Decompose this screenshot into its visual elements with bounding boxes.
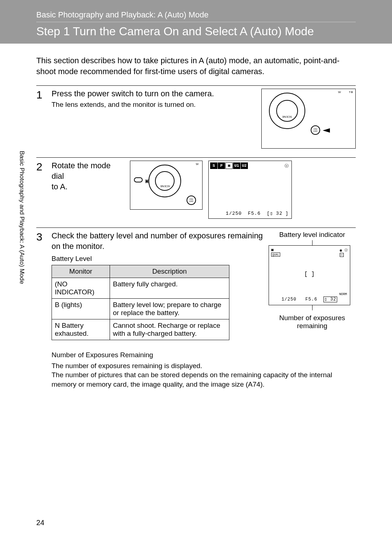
vr-icon: ⦾ <box>285 163 289 169</box>
step-3: 3 Check the battery level and number of … <box>36 227 356 389</box>
exposures-remaining-section: Number of Exposures Remaining The number… <box>52 351 356 389</box>
lcd-mode-u1: U1 <box>233 162 240 169</box>
exposures-remaining-label: Number of exposures remaining <box>269 314 356 330</box>
battery-indicator-label: Battery level indicator <box>269 231 356 239</box>
battery-level-table: Monitor Description (NO INDICATOR) Batte… <box>52 265 229 340</box>
cell-monitor: N Battery exhausted. <box>52 319 110 340</box>
table-row: N Battery exhausted. Cannot shoot. Recha… <box>52 319 229 340</box>
camera-icon: ◙ <box>271 248 274 252</box>
page-title: Step 1 Turn the Camera On and Select A (… <box>36 25 314 38</box>
step-1: 1 Press the power switch to turn on the … <box>36 85 356 149</box>
callout-line <box>312 240 313 245</box>
battery-icon: ◉ <box>340 248 342 253</box>
lcd-mode-s: S <box>210 162 217 169</box>
qual-badge: QUAL <box>271 253 280 257</box>
table-header-monitor: Monitor <box>52 265 110 278</box>
vr-icon: ⦾ <box>344 248 348 253</box>
cell-monitor: (NO INDICATOR) <box>52 278 110 298</box>
noe-title: Number of Exposures Remaining <box>52 351 356 359</box>
step-2-title-l1: Rotate the mode dial <box>52 161 124 181</box>
cell-description: Battery fully charged. <box>110 278 229 298</box>
lcd-shutter: 1/250 <box>226 211 242 216</box>
callout-line <box>312 305 313 310</box>
step-3-number: 3 <box>36 231 45 389</box>
lcd-mode-strip: S P ◙ U1 U2 <box>210 162 248 169</box>
side-tab: Basic Photography and Playback: A (Auto)… <box>18 151 25 284</box>
camera-body-icon <box>134 177 143 182</box>
lcd2-bottom-info: 1/250 F5.6 ▯ 32 <box>269 297 350 302</box>
lcd-frames: 32 <box>276 211 283 216</box>
battery-level-heading: Battery Level <box>52 255 264 263</box>
lcd2-topright: ◉ ⦾ ▭ <box>340 248 348 257</box>
page-number: 24 <box>36 519 44 527</box>
power-switch-illustration: ON/OFF W T⊕ SCENE <box>261 89 356 149</box>
step-1-number: 1 <box>36 89 45 149</box>
step-1-title: Press the power switch to turn on the ca… <box>52 89 258 99</box>
lcd2-shutter: 1/250 <box>282 297 297 302</box>
cell-description: Cannot shoot. Recharge or replace with a… <box>110 319 229 340</box>
lcd-frames-icon: [▯ <box>267 211 273 216</box>
arrow-icon <box>323 128 330 133</box>
noe-line2: The number of pictures that can be store… <box>52 370 356 389</box>
content: This section describes how to take pictu… <box>36 55 356 389</box>
lcd-aperture: F5.6 <box>248 211 261 216</box>
on-off-icon: ON/OFF <box>187 196 196 205</box>
step-2: 2 Rotate the mode dial to A. ▣ ON/OFF W … <box>36 157 356 219</box>
lcd-mode-p: P <box>218 162 225 169</box>
lcd2-aperture: F5.6 <box>305 297 317 302</box>
step-3-title: Check the battery level and number of ex… <box>52 231 264 251</box>
lcd-exposure-info: 1/250 F5.6 [▯32] <box>223 210 289 216</box>
lcd2-focus-brackets: [ ] <box>269 271 350 278</box>
norm-badge: NORM <box>339 293 347 296</box>
table-header-description: Description <box>110 265 229 278</box>
breadcrumb-text: Basic Photography and Playback: A (Auto)… <box>36 10 209 19</box>
on-off-icon: ON/OFF <box>311 125 320 135</box>
lcd2-topleft: ◙ QUAL <box>271 248 280 257</box>
lcd-panel-mode: S P ◙ U1 U2 ⦾ 1/250 F5.6 [▯32] <box>208 161 292 219</box>
cell-monitor: B (lights) <box>52 298 110 319</box>
step-1-sub: The lens extends, and the monitor is tur… <box>52 101 258 109</box>
table-row: B (lights) Battery level low; prepare to… <box>52 298 229 319</box>
noe-line1: The number of exposures remaining is dis… <box>52 361 356 371</box>
table-row: Monitor Description <box>52 265 229 278</box>
cell-description: Battery level low; prepare to charge or … <box>110 298 229 319</box>
lcd-panel-status: ◙ QUAL ◉ ⦾ ▭ [ ] NORM 1/250 F5.6 ▯ <box>269 245 350 305</box>
table-row: (NO INDICATOR) Battery fully charged. <box>52 278 229 298</box>
camera-icon: ▣ <box>145 178 149 184</box>
mode-dial-illustration: ▣ ON/OFF W SCENE <box>130 161 203 210</box>
breadcrumb: Basic Photography and Playback: A (Auto)… <box>36 10 356 22</box>
intro-text: This section describes how to take pictu… <box>36 55 356 77</box>
step-2-title-l2: to A. <box>52 182 124 192</box>
lcd2-frames: 32 <box>330 297 336 302</box>
card-icon: ▭ <box>340 253 344 257</box>
lcd-mode-cam-icon: ◙ <box>225 162 233 169</box>
step-2-number: 2 <box>36 161 45 219</box>
lcd-mode-u2: U2 <box>241 162 248 169</box>
